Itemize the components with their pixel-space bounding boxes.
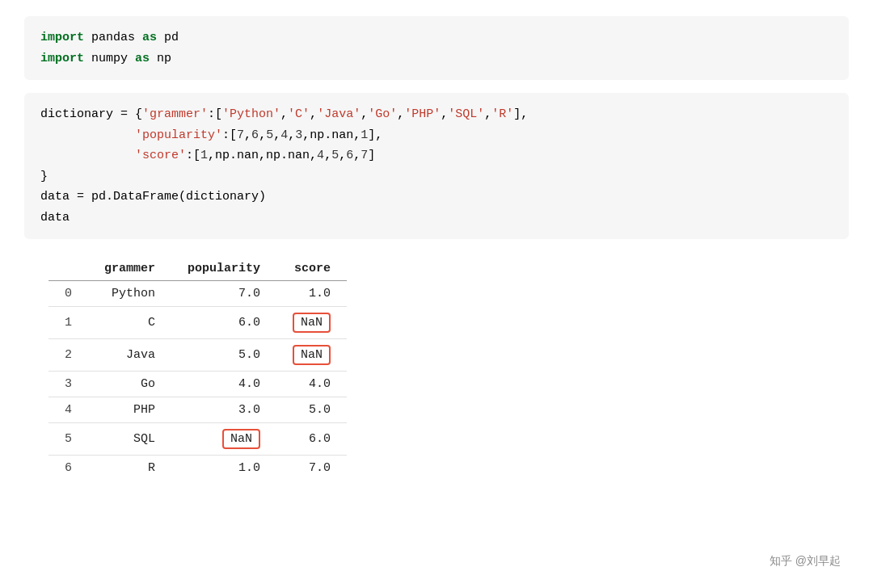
col-header-score: score — [276, 258, 347, 281]
cell-score: NaN — [276, 339, 347, 372]
cell-popularity: 3.0 — [171, 397, 276, 423]
cell-popularity: 4.0 — [171, 372, 276, 397]
cell-index: 5 — [48, 423, 88, 456]
cell-index: 6 — [48, 456, 88, 481]
table-row: 6R1.07.0 — [48, 456, 347, 481]
cell-index: 2 — [48, 339, 88, 372]
cell-grammer: Java — [88, 339, 171, 372]
table-row: 3Go4.04.0 — [48, 372, 347, 397]
cell-grammer: PHP — [88, 397, 171, 423]
cell-grammer: Python — [88, 281, 171, 307]
keyword-import-2: import — [40, 52, 84, 65]
cell-score: 1.0 — [276, 281, 347, 307]
col-header-popularity: popularity — [171, 258, 276, 281]
cell-score: 7.0 — [276, 456, 347, 481]
table-row: 5SQLNaN6.0 — [48, 423, 347, 456]
cell-index: 4 — [48, 397, 88, 423]
code-block-2: dictionary = {'grammer':['Python','C','J… — [24, 93, 849, 239]
keyword-import-1: import — [40, 31, 84, 44]
cell-score: 6.0 — [276, 423, 347, 456]
keyword-as-1: as — [142, 31, 157, 44]
code-block-1: import pandas as pd import numpy as np — [24, 16, 849, 80]
col-header-index — [48, 258, 88, 281]
cell-grammer: Go — [88, 372, 171, 397]
dataframe-output: grammer popularity score 0Python7.01.01C… — [24, 258, 849, 481]
cell-index: 1 — [48, 307, 88, 339]
dataframe-table: grammer popularity score 0Python7.01.01C… — [48, 258, 347, 481]
cell-popularity: 1.0 — [171, 456, 276, 481]
cell-grammer: SQL — [88, 423, 171, 456]
cell-grammer: R — [88, 456, 171, 481]
table-row: 4PHP3.05.0 — [48, 397, 347, 423]
col-header-grammer: grammer — [88, 258, 171, 281]
watermark: 知乎 @刘早起 — [770, 554, 841, 569]
cell-grammer: C — [88, 307, 171, 339]
cell-popularity: 6.0 — [171, 307, 276, 339]
keyword-as-2: as — [135, 52, 150, 65]
cell-popularity: NaN — [171, 423, 276, 456]
table-row: 0Python7.01.0 — [48, 281, 347, 307]
table-header-row: grammer popularity score — [48, 258, 347, 281]
cell-index: 0 — [48, 281, 88, 307]
cell-score: NaN — [276, 307, 347, 339]
table-row: 2Java5.0NaN — [48, 339, 347, 372]
cell-score: 4.0 — [276, 372, 347, 397]
cell-index: 3 — [48, 372, 88, 397]
cell-score: 5.0 — [276, 397, 347, 423]
cell-popularity: 7.0 — [171, 281, 276, 307]
cell-popularity: 5.0 — [171, 339, 276, 372]
table-row: 1C6.0NaN — [48, 307, 347, 339]
